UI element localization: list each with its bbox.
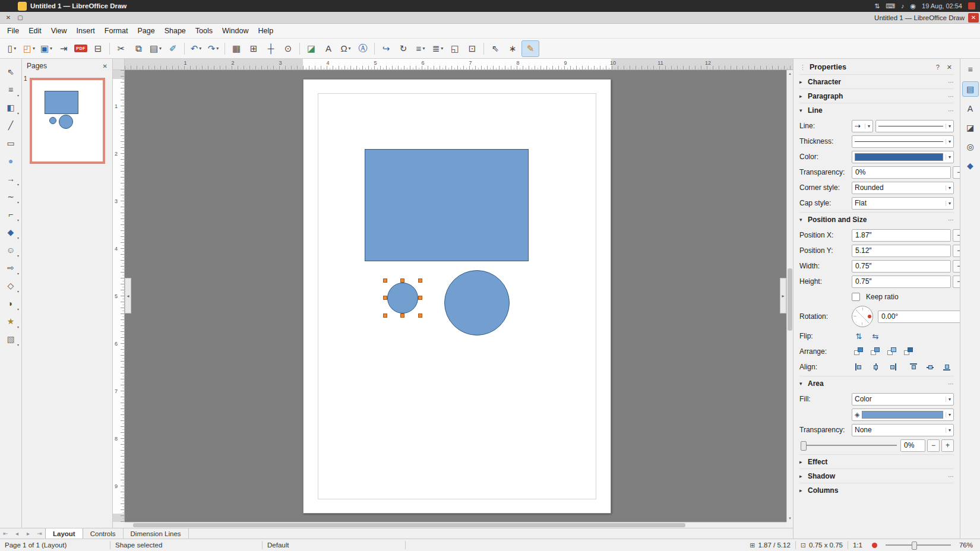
previous-page-button[interactable]: ◂ xyxy=(11,528,23,539)
crop-image-button[interactable]: ⊡ xyxy=(464,41,480,56)
position-x-input[interactable] xyxy=(852,229,951,242)
open-file-button[interactable]: ◰▾ xyxy=(21,41,37,56)
rotation-dial[interactable] xyxy=(852,306,873,327)
chevron-down-icon[interactable]: ▾ xyxy=(441,46,443,51)
deck-tab-navigator[interactable]: ◎ xyxy=(963,140,978,154)
fill-type-select[interactable]: Color ▾ xyxy=(852,393,954,406)
more-options-icon[interactable]: ⋯ xyxy=(948,217,954,223)
window-close-button[interactable]: ✕ xyxy=(968,13,979,23)
scroll-up-icon[interactable]: ▴ xyxy=(787,71,793,76)
flip-vertical-button[interactable]: ⇅ xyxy=(852,330,866,343)
zoom-slider-thumb[interactable] xyxy=(912,542,917,550)
chevron-down-icon[interactable]: ▾ xyxy=(17,182,19,186)
chevron-down-icon[interactable]: ▾ xyxy=(33,46,35,51)
decrement-button[interactable]: − xyxy=(953,229,960,242)
menu-help[interactable]: Help xyxy=(253,25,278,37)
resize-handle-se[interactable] xyxy=(418,314,422,318)
send-backward-button[interactable] xyxy=(885,345,899,358)
align-top-button[interactable] xyxy=(906,360,921,373)
insert-hyperlink-button[interactable]: ↪ xyxy=(378,41,394,56)
section-position-size[interactable]: ▾ Position and Size ⋯ xyxy=(799,212,954,226)
section-character[interactable]: ▸ Character ⋯ xyxy=(799,74,954,88)
helplines-button[interactable]: ┼ xyxy=(263,41,279,56)
section-line[interactable]: ▾ Line ⋯ xyxy=(799,103,954,117)
flip-horizontal-button[interactable]: ⇆ xyxy=(868,330,883,343)
menu-insert[interactable]: Insert xyxy=(72,25,100,37)
corner-style-select[interactable]: Rounded ▾ xyxy=(852,182,954,194)
callout-shapes-tool[interactable]: ◗▾ xyxy=(2,295,19,311)
width-input[interactable] xyxy=(852,260,951,273)
undo-button[interactable]: ↶▾ xyxy=(188,41,204,56)
new-document-button[interactable]: ▯▾ xyxy=(4,41,20,56)
document-page[interactable] xyxy=(303,79,611,514)
symbol-shapes-tool[interactable]: ☺▾ xyxy=(2,242,19,258)
menu-file[interactable]: File xyxy=(2,25,24,37)
deck-tab-shapes[interactable]: ◆ xyxy=(963,159,978,173)
select-tool-button[interactable]: ⇖ xyxy=(487,41,504,56)
section-effect[interactable]: ▸ Effect xyxy=(799,454,954,468)
save-button[interactable]: ▣▾ xyxy=(38,41,55,56)
network-tray-icon[interactable]: ⇅ xyxy=(874,2,880,10)
section-shadow[interactable]: ▸ Shadow ⋯ xyxy=(799,468,954,483)
glue-points-button[interactable]: ∗ xyxy=(504,41,521,56)
decrement-button[interactable]: − xyxy=(953,166,960,179)
slider-thumb[interactable] xyxy=(801,441,807,451)
more-options-icon[interactable]: ⋯ xyxy=(948,79,954,86)
menu-view[interactable]: View xyxy=(46,25,72,37)
menu-window[interactable]: Window xyxy=(217,25,253,37)
resize-handle-w[interactable] xyxy=(383,296,387,300)
chevron-down-icon[interactable]: ▾ xyxy=(159,46,162,51)
chevron-down-icon[interactable]: ▾ xyxy=(17,236,19,240)
rectangle-tool[interactable]: ▭ xyxy=(2,135,19,151)
resize-handle-sw[interactable] xyxy=(383,314,387,318)
chevron-down-icon[interactable]: ▾ xyxy=(216,46,219,51)
curves-polygons-tool[interactable]: ∼▾ xyxy=(2,188,19,204)
window-maximize-icon[interactable]: ▢ xyxy=(15,14,25,22)
sidebar-collapse-handle[interactable]: ▸ xyxy=(780,278,786,314)
decrement-button[interactable]: − xyxy=(953,245,960,257)
bring-forward-button[interactable] xyxy=(868,345,883,358)
flowchart-tool[interactable]: ◇▾ xyxy=(2,277,19,293)
decrement-button[interactable]: − xyxy=(927,439,940,452)
large-circle-shape[interactable] xyxy=(444,270,510,335)
connectors-tool[interactable]: ⌐▾ xyxy=(2,206,19,222)
zoom-slider[interactable] xyxy=(886,544,951,546)
align-left-button[interactable] xyxy=(852,360,866,373)
block-arrows-tool[interactable]: ⇨▾ xyxy=(2,259,19,276)
clock[interactable]: 19 Aug, 02:54 xyxy=(922,2,962,10)
clone-formatting-button[interactable]: ✐ xyxy=(165,41,181,56)
pages-panel-collapse-handle[interactable]: ◂ xyxy=(125,278,131,314)
decrement-button[interactable]: − xyxy=(953,260,960,273)
keep-ratio-checkbox[interactable] xyxy=(852,293,860,301)
insert-fontwork-button[interactable]: Ⓐ xyxy=(355,41,371,56)
export-button[interactable]: ⇥ xyxy=(55,41,72,56)
basic-shapes-tool[interactable]: ◆▾ xyxy=(2,224,19,240)
rotation-input[interactable] xyxy=(878,311,960,323)
chevron-down-icon[interactable]: ▾ xyxy=(17,325,19,329)
chevron-down-icon[interactable]: ▾ xyxy=(17,218,19,222)
arrange-objects-button[interactable]: ≣▾ xyxy=(429,41,446,56)
chevron-down-icon[interactable]: ▾ xyxy=(17,200,19,204)
chevron-down-icon[interactable]: ▾ xyxy=(17,111,19,115)
area-transparency-slider[interactable] xyxy=(801,445,897,446)
chevron-down-icon[interactable]: ▾ xyxy=(17,93,19,97)
cap-style-select[interactable]: Flat ▾ xyxy=(852,197,954,210)
insert-special-character-button[interactable]: Ω▾ xyxy=(337,41,354,56)
document-modified-indicator[interactable] xyxy=(867,539,882,551)
chevron-down-icon[interactable]: ▾ xyxy=(349,46,351,51)
more-options-icon[interactable]: ⋯ xyxy=(948,93,954,100)
window-close-left-icon[interactable]: ✕ xyxy=(4,14,13,22)
fill-color-tool[interactable]: ◧▾ xyxy=(2,99,19,115)
align-right-button[interactable] xyxy=(885,360,899,373)
deck-tab-gallery[interactable]: ◪ xyxy=(963,121,978,135)
last-page-button[interactable]: ⇥ xyxy=(34,528,45,539)
line-style-tool[interactable]: ≡▾ xyxy=(2,81,19,97)
send-to-back-button[interactable] xyxy=(902,345,916,358)
transformations-button[interactable]: ↻ xyxy=(395,41,412,56)
line-transparency-input[interactable] xyxy=(852,166,951,179)
layer-tab-layout[interactable]: Layout xyxy=(45,528,83,539)
zoom-level[interactable]: 76% xyxy=(954,539,980,551)
3d-objects-tool[interactable]: ▧▾ xyxy=(2,331,19,347)
chevron-down-icon[interactable]: ▾ xyxy=(17,271,19,276)
tray-status-icon[interactable] xyxy=(968,2,975,10)
